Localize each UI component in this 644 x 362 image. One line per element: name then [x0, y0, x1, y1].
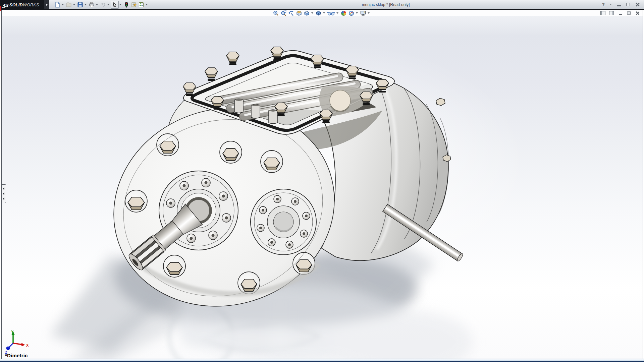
view-settings-button[interactable]	[359, 10, 367, 16]
taskbar-edge	[0, 361, 644, 362]
output-bearing-boss[interactable]	[251, 189, 316, 255]
right-pane-icon	[609, 11, 614, 15]
help-icon: ?	[602, 2, 605, 7]
select-button[interactable]	[111, 1, 119, 9]
monitor-icon	[360, 10, 366, 16]
window-title: menjac sklop * [Read-only]	[349, 2, 423, 7]
file-properties-icon	[131, 2, 137, 8]
select-dropdown-caret[interactable]	[119, 4, 121, 5]
close-icon	[636, 2, 640, 6]
restore-icon	[626, 3, 630, 6]
help-button[interactable]: ?	[600, 1, 607, 7]
options-dropdown-caret[interactable]	[146, 4, 148, 5]
doc-restore-button[interactable]	[626, 11, 632, 15]
x-axis-arrow	[21, 343, 25, 346]
open-button[interactable]	[65, 1, 72, 8]
doc-minimize-icon	[619, 14, 622, 15]
previous-view-button[interactable]	[287, 10, 295, 16]
doc-close-button[interactable]	[635, 11, 641, 15]
collapse-arrow-icon	[3, 197, 4, 200]
options-button[interactable]	[138, 1, 145, 8]
save-dropdown-caret[interactable]	[85, 4, 87, 5]
save-floppy-icon	[77, 2, 83, 8]
z-axis-ball	[6, 347, 10, 350]
show-left-pane-button[interactable]	[600, 11, 606, 15]
doc-minimize-button[interactable]	[617, 11, 623, 15]
new-document-icon	[54, 2, 60, 8]
display-style-cube-icon	[315, 10, 322, 16]
view-orientation-label: *Dimetric	[5, 353, 28, 358]
view-orientation-button[interactable]	[303, 10, 311, 16]
doc-restore-icon	[627, 12, 631, 15]
solidworks-logo: ƷS SOLID WORKS	[0, 0, 47, 10]
view-orientation-caret[interactable]	[311, 12, 313, 14]
collapse-arrow-icon	[3, 192, 4, 195]
title-bar: menjac sklop * [Read-only] ?	[0, 0, 644, 10]
reference-triad: Y X Z	[3, 329, 33, 356]
headsup-view-toolbar	[272, 10, 371, 16]
rebuild-button[interactable]	[123, 1, 130, 8]
document-window: Y X Z *Dimetric	[1, 10, 643, 359]
open-dropdown-caret[interactable]	[73, 4, 75, 5]
document-window-controls	[600, 11, 641, 15]
ds-logo-mark: ƷS	[2, 2, 8, 8]
graphics-viewport[interactable]: Y X Z *Dimetric	[2, 16, 643, 359]
y-axis-label: Y	[11, 330, 14, 334]
help-dropdown-caret[interactable]	[610, 4, 612, 5]
main-toolbar	[54, 1, 149, 8]
minimize-button[interactable]	[615, 1, 623, 7]
hide-show-items-button[interactable]	[326, 10, 336, 16]
zoom-to-area-button[interactable]	[280, 10, 287, 16]
traffic-light-icon	[123, 2, 129, 8]
hide-show-caret[interactable]	[336, 12, 338, 14]
magnifier-area-icon	[280, 10, 287, 16]
scene-ball-icon	[348, 10, 355, 16]
select-cursor-icon	[112, 2, 118, 8]
eyeglasses-icon	[327, 10, 335, 16]
zoom-to-fit-button[interactable]	[272, 10, 280, 16]
open-folder-icon	[66, 2, 72, 8]
undo-arrow-icon	[100, 2, 106, 8]
new-dropdown-caret[interactable]	[62, 4, 64, 5]
restore-button[interactable]	[625, 1, 632, 7]
x-axis-label: X	[26, 343, 29, 347]
file-properties-button[interactable]	[130, 1, 138, 8]
gearbox-3d-model[interactable]	[2, 16, 643, 359]
appearance-ball-icon	[340, 10, 347, 16]
previous-view-icon	[288, 10, 294, 16]
feature-pane-splitter-tab[interactable]	[2, 184, 6, 203]
print-icon	[89, 2, 95, 8]
orientation-cube-icon	[304, 10, 310, 16]
view-settings-caret[interactable]	[368, 12, 370, 14]
new-document-button[interactable]	[54, 1, 61, 8]
show-right-pane-button[interactable]	[608, 11, 614, 15]
minimize-icon	[617, 5, 621, 6]
menu-expand-tab[interactable]	[44, 0, 49, 9]
section-cube-icon	[296, 10, 302, 16]
doc-close-icon	[636, 11, 640, 15]
apply-scene-caret[interactable]	[356, 12, 358, 14]
display-style-caret[interactable]	[323, 12, 325, 14]
options-checklist-icon	[138, 2, 144, 8]
edit-appearance-button[interactable]	[340, 10, 347, 16]
window-controls: ?	[600, 1, 641, 7]
expand-arrow-icon	[46, 3, 48, 6]
magnifier-fit-icon	[273, 10, 279, 16]
collapse-arrow-icon	[3, 187, 4, 190]
section-view-button[interactable]	[295, 10, 303, 16]
undo-button[interactable]	[99, 1, 107, 8]
left-pane-icon	[600, 11, 605, 15]
edge-accent-mark	[0, 6, 1, 11]
print-button[interactable]	[88, 1, 95, 8]
save-button[interactable]	[76, 1, 84, 8]
apply-scene-button[interactable]	[347, 10, 355, 16]
display-style-button[interactable]	[315, 10, 322, 16]
print-dropdown-caret[interactable]	[96, 4, 98, 5]
close-button[interactable]	[634, 1, 641, 7]
undo-dropdown-caret[interactable]	[107, 4, 109, 5]
